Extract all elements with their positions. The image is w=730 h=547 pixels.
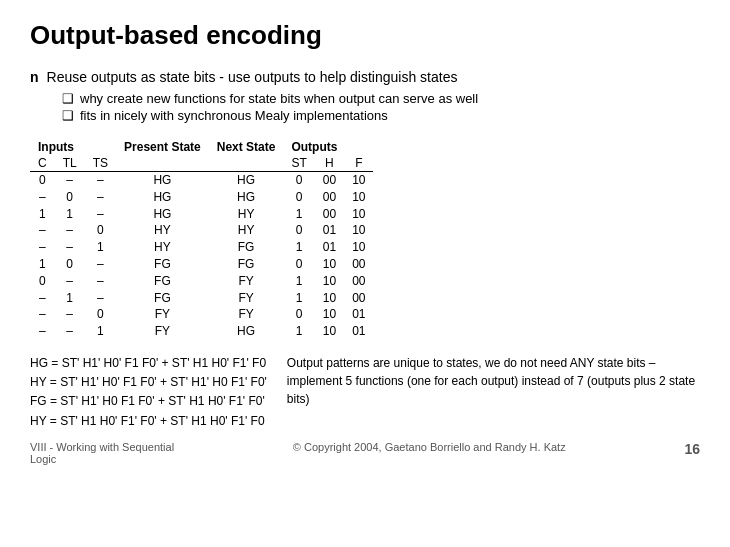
table-body: 0––HGHG00010–0–HGHG0001011–HGHY10010––0H… — [30, 172, 373, 340]
page-title: Output-based encoding — [30, 20, 700, 51]
main-bullet-text: Reuse outputs as state bits - use output… — [47, 69, 458, 85]
present-state-header: Present State — [116, 139, 209, 155]
equations-section: HG = ST' H1' H0' F1 F0' + ST' H1 H0' F1'… — [30, 354, 267, 431]
table-row: –0–HGHG00010 — [30, 189, 373, 206]
col-tl: TL — [55, 155, 85, 172]
sub-bullet-1-symbol: ❑ — [62, 91, 74, 106]
table-row: 11–HGHY10010 — [30, 206, 373, 223]
bottom-section: HG = ST' H1' H0' F1 F0' + ST' H1 H0' F1'… — [30, 354, 700, 431]
eq-1: HG = ST' H1' H0' F1 F0' + ST' H1 H0' F1'… — [30, 354, 267, 373]
bullet-symbol: n — [30, 69, 39, 85]
bullet-section: n Reuse outputs as state bits - use outp… — [30, 69, 700, 123]
sub-bullet-2-text: fits in nicely with synchronous Mealy im… — [80, 108, 388, 123]
sub-bullet-2: ❑ fits in nicely with synchronous Mealy … — [62, 108, 700, 123]
col-f: F — [344, 155, 373, 172]
col-ns — [209, 155, 284, 172]
state-table-section: Inputs Present State Next State Outputs … — [30, 139, 700, 340]
footer-copyright: © Copyright 2004, Gaetano Borriello and … — [293, 441, 566, 465]
inputs-header: Inputs — [30, 139, 116, 155]
table-row: ––0FYFY01001 — [30, 306, 373, 323]
table-row: 10–FGFG01000 — [30, 256, 373, 273]
outputs-header: Outputs — [283, 139, 373, 155]
table-row: ––0HYHY00110 — [30, 222, 373, 239]
state-table: Inputs Present State Next State Outputs … — [30, 139, 373, 340]
sub-bullet-1: ❑ why create new functions for state bit… — [62, 91, 700, 106]
footer-page: 16 — [684, 441, 700, 465]
col-header-row: Inputs Present State Next State Outputs — [30, 139, 373, 155]
footer-left-line1: VIII - Working with Sequential — [30, 441, 174, 453]
col-st: ST — [283, 155, 314, 172]
table-row: –1–FGFY11000 — [30, 290, 373, 307]
eq-2: HY = ST' H1' H0' F1 F0' + ST' H1' H0 F1'… — [30, 373, 267, 392]
output-note: Output patterns are unique to states, we… — [287, 354, 700, 431]
footer-left-line2: Logic — [30, 453, 174, 465]
col-c: C — [30, 155, 55, 172]
table-row: 0––HGHG00010 — [30, 172, 373, 189]
table-row: ––1HYFG10110 — [30, 239, 373, 256]
footer: VIII - Working with Sequential Logic © C… — [30, 441, 700, 465]
eq-4: HY = ST' H1 H0' F1' F0' + ST' H1 H0' F1'… — [30, 412, 267, 431]
col-ps — [116, 155, 209, 172]
sub-bullets: ❑ why create new functions for state bit… — [62, 91, 700, 123]
next-state-header: Next State — [209, 139, 284, 155]
footer-left: VIII - Working with Sequential Logic — [30, 441, 174, 465]
col-ts: TS — [85, 155, 116, 172]
col-h: H — [315, 155, 344, 172]
eq-3: FG = ST' H1' H0 F1 F0' + ST' H1 H0' F1' … — [30, 392, 267, 411]
table-row: ––1FYHG11001 — [30, 323, 373, 340]
sub-bullet-2-symbol: ❑ — [62, 108, 74, 123]
main-bullet: n Reuse outputs as state bits - use outp… — [30, 69, 700, 85]
sub-bullet-1-text: why create new functions for state bits … — [80, 91, 478, 106]
sub-header-row: C TL TS ST H F — [30, 155, 373, 172]
table-row: 0––FGFY11000 — [30, 273, 373, 290]
